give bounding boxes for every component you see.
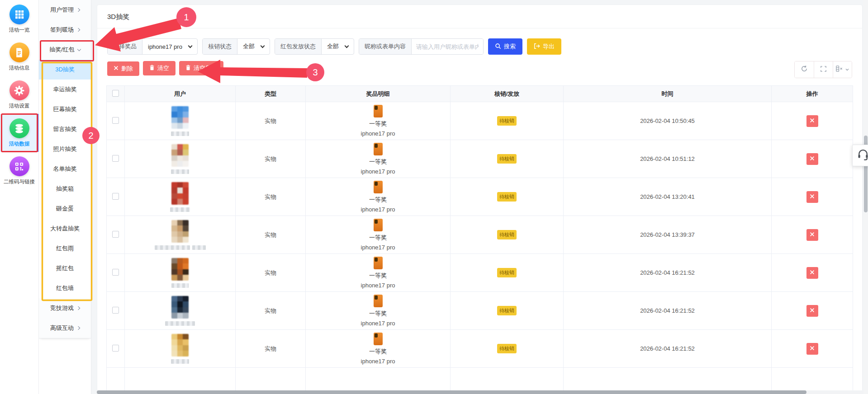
submenu-item-label: 照片抽奖	[53, 145, 77, 153]
column-header: 用户	[125, 86, 236, 102]
sidebar-item-qrcode-links[interactable]: 二维码与链接	[0, 152, 38, 190]
column-header: 类型	[236, 86, 306, 102]
delete-row-button[interactable]	[806, 153, 818, 165]
filter-keyword-input: 昵称或表单内容	[359, 38, 484, 55]
submenu-item-redpacket-rain[interactable]: 红包雨	[39, 239, 91, 258]
prize-type: 实物	[236, 140, 306, 178]
sidebar-item-activity-info[interactable]: 活动信息	[0, 38, 38, 76]
fullscreen-button[interactable]	[814, 61, 833, 78]
vertical-scrollbar[interactable]	[863, 0, 868, 394]
secondary-sidebar: 用户管理 签到暖场 抽奖/红包 3D抽奖 幸运抽奖 巨幕抽奖 留言抽奖 照片抽奖…	[39, 0, 91, 394]
row-checkbox[interactable]	[112, 155, 119, 162]
row-checkbox[interactable]	[112, 231, 119, 238]
clear-button[interactable]: 清空	[143, 61, 175, 75]
nav-group-label: 用户管理	[50, 6, 74, 14]
prize-level: 一等奖	[369, 310, 387, 318]
bulk-action-buttons: 删除 清空 清空所有	[107, 61, 227, 76]
delete-row-button[interactable]	[806, 305, 818, 317]
row-time: 2026-02-04 16:21:52	[564, 292, 772, 330]
chevron-right-icon	[76, 326, 80, 330]
submenu-item-message-lottery[interactable]: 留言抽奖	[39, 119, 91, 139]
nav-group-user-management[interactable]: 用户管理	[39, 0, 91, 20]
prize-level: 一等奖	[369, 234, 387, 242]
delete-row-button[interactable]	[806, 115, 818, 127]
avatar-image	[171, 258, 189, 281]
refresh-button[interactable]	[795, 61, 814, 78]
export-button[interactable]: 导出	[527, 38, 561, 55]
nav-group-checkin-warmup[interactable]: 签到暖场	[39, 20, 91, 40]
submenu-item-shake-redpacket[interactable]: 摇红包	[39, 258, 91, 278]
user-avatar	[125, 334, 235, 364]
fullscreen-icon	[820, 66, 827, 74]
trash-icon	[149, 65, 155, 72]
sidebar-item-activity-data[interactable]: 活动数据	[0, 114, 38, 152]
submenu-item-lottery-box[interactable]: 抽奖箱	[39, 179, 91, 199]
prize-type: 实物	[236, 216, 306, 254]
nav-group-advanced-interaction[interactable]: 高级互动	[39, 318, 91, 338]
status-badge: 待核销	[497, 192, 517, 202]
chevron-right-icon	[76, 8, 80, 12]
prize-name: iphone17 pro	[361, 358, 395, 365]
sidebar-item-activity-settings[interactable]: 活动设置	[0, 76, 38, 114]
row-checkbox[interactable]	[112, 117, 119, 124]
prize-select[interactable]: iphone17 pro	[142, 39, 197, 54]
user-nickname-redacted	[171, 359, 189, 364]
submenu-item-big-wheel-lottery[interactable]: 大转盘抽奖	[39, 219, 91, 239]
submenu-item-3d-lottery[interactable]: 3D抽奖	[39, 60, 91, 80]
redpacket-status-select[interactable]: 全部	[322, 39, 354, 54]
select-all-checkbox[interactable]	[112, 90, 119, 97]
nav-group-label: 高级互动	[50, 324, 74, 332]
search-button[interactable]: 搜索	[488, 38, 522, 55]
verify-status-select[interactable]: 全部	[237, 39, 270, 54]
grid-icon	[9, 5, 29, 24]
sidebar-item-label: 活动数据	[9, 141, 30, 147]
column-settings-button[interactable]	[833, 61, 852, 78]
avatar-image	[171, 144, 189, 167]
row-checkbox[interactable]	[112, 345, 119, 352]
nav-group-competitive-games[interactable]: 竞技游戏	[39, 298, 91, 318]
submenu-item-list-lottery[interactable]: 名单抽奖	[39, 159, 91, 179]
horizontal-scrollbar-thumb[interactable]	[97, 390, 806, 394]
row-checkbox[interactable]	[112, 193, 119, 200]
results-table: 用户类型奖品明细核销/发放时间操作 实物 一等奖 iphone17 pro待核销…	[106, 85, 853, 394]
nav-group-label: 签到暖场	[50, 26, 74, 34]
submenu-item-lucky-lottery[interactable]: 幸运抽奖	[39, 80, 91, 99]
submenu-item-golden-egg[interactable]: 砸金蛋	[39, 199, 91, 219]
submenu-item-photo-lottery[interactable]: 照片抽奖	[39, 139, 91, 159]
submenu-item-label: 红包雨	[56, 244, 74, 253]
delete-button[interactable]: 删除	[107, 61, 139, 76]
user-avatar	[125, 258, 235, 288]
prize-level: 一等奖	[369, 120, 387, 128]
prize-level: 一等奖	[369, 347, 387, 356]
prize-detail: 一等奖 iphone17 pro	[306, 257, 450, 289]
delete-row-button[interactable]	[806, 343, 818, 355]
bulk-action-bar: 删除 清空 清空所有	[107, 61, 852, 78]
chevron-down-icon	[260, 43, 265, 48]
prize-image	[374, 257, 383, 269]
prize-name: iphone17 pro	[361, 206, 395, 213]
submenu-item-label: 大转盘抽奖	[50, 225, 80, 233]
delete-row-button[interactable]	[806, 267, 818, 279]
sidebar-item-activity-overview[interactable]: 活动一览	[0, 0, 38, 38]
nav-group-lottery-redpacket[interactable]: 抽奖/红包	[39, 40, 91, 60]
prize-detail: 一等奖 iphone17 pro	[306, 219, 450, 251]
row-checkbox[interactable]	[112, 307, 119, 314]
prize-type: 实物	[236, 102, 306, 140]
horizontal-scrollbar[interactable]	[97, 390, 868, 394]
support-button[interactable]	[852, 145, 868, 166]
delete-row-button[interactable]	[806, 229, 818, 241]
submenu-item-redpacket-wall[interactable]: 红包墙	[39, 278, 91, 298]
row-checkbox[interactable]	[112, 269, 119, 276]
submenu-item-screen-lottery[interactable]: 巨幕抽奖	[39, 99, 91, 119]
x-icon	[114, 65, 119, 72]
submenu-item-label: 摇红包	[56, 264, 74, 272]
row-time: 2026-02-04 16:21:52	[564, 330, 772, 368]
filter-bar: 选择奖品 iphone17 pro 核销状态 全部 红包发放状态 全部 昵称或表…	[107, 38, 862, 55]
table-row: 实物 一等奖 iphone17 pro待核销 2026-02-04 16:21:…	[107, 254, 853, 292]
delete-row-button[interactable]	[806, 191, 818, 203]
clear-all-button[interactable]: 清空所有	[179, 61, 223, 75]
x-icon	[810, 269, 815, 276]
gear-icon	[9, 80, 29, 100]
keyword-input[interactable]	[412, 39, 483, 54]
table-header-row: 用户类型奖品明细核销/发放时间操作	[107, 86, 853, 102]
